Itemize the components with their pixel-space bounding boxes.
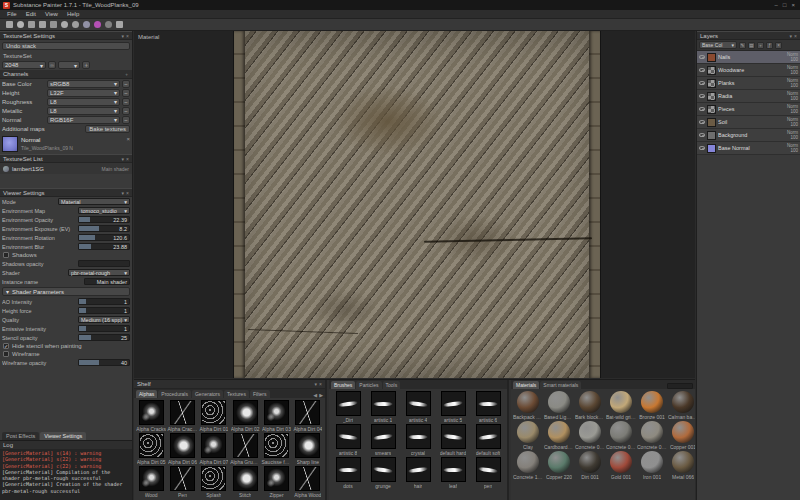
brush-item[interactable]: default soft — [471, 424, 505, 456]
menu-help[interactable]: Help — [67, 11, 79, 17]
opacity-value[interactable]: 100 — [790, 148, 798, 153]
panel-close-icon[interactable]: × — [794, 33, 797, 39]
tab-particles[interactable]: Particles — [356, 381, 381, 389]
tab-generators[interactable]: Generators — [192, 390, 223, 398]
opacity-value[interactable]: 100 — [790, 109, 798, 114]
material-item[interactable]: Bark blocky pi... — [575, 391, 605, 420]
add-channel-icon[interactable]: ＋ — [124, 71, 129, 77]
brush-item[interactable]: grunge — [366, 457, 400, 489]
layer-row[interactable]: PlanksNorm100 — [697, 77, 800, 90]
clone-tool-icon[interactable] — [72, 21, 79, 28]
layer-row[interactable]: SoilNorm100 — [697, 116, 800, 129]
alpha-item[interactable]: Alpha Dirt 01 — [199, 400, 229, 432]
wireframe-checkbox[interactable] — [3, 351, 9, 357]
brush-item[interactable]: crystal — [401, 424, 435, 456]
channel-format-select[interactable]: L8▾ — [47, 98, 120, 106]
panel-menu-icon[interactable]: ▾ — [122, 156, 125, 162]
brush-item[interactable]: hair — [401, 457, 435, 489]
tab-post-effects[interactable]: Post Effects — [2, 432, 39, 440]
material-item[interactable]: Concrete 120 — [513, 451, 543, 480]
additional-map-item[interactable]: Normal Tile_WoodPlanks_09 N × — [0, 134, 132, 154]
brush-item[interactable]: artistic 4 — [401, 391, 435, 423]
material-item[interactable]: Bat-wild gris... — [606, 391, 636, 420]
opacity-value[interactable]: 100 — [790, 83, 798, 88]
channel-format-select[interactable]: L8▾ — [47, 107, 120, 115]
environment-opacity-slider[interactable]: 22.39 — [78, 216, 130, 223]
alpha-item[interactable]: Alpha Dirt 03 — [261, 400, 291, 432]
alpha-item[interactable]: Alpha Dirt 04 — [293, 400, 323, 432]
visibility-eye-icon[interactable] — [699, 55, 705, 59]
panel-menu-icon[interactable]: ▾ — [122, 33, 125, 39]
polygon-fill-tool-icon[interactable] — [50, 21, 57, 28]
material-mode-icon[interactable] — [83, 21, 90, 28]
panel-close-icon[interactable]: × — [126, 156, 129, 162]
material-item[interactable]: Copper 220 — [544, 451, 574, 480]
panel-close-icon[interactable]: × — [319, 381, 322, 387]
panel-close-icon[interactable]: × — [126, 190, 129, 196]
alpha-item[interactable]: Splash — [199, 466, 229, 498]
delete-layer-icon[interactable]: × — [775, 42, 782, 49]
material-item[interactable]: Calman back... — [668, 391, 695, 420]
remove-map-icon[interactable]: × — [126, 136, 130, 142]
hide-stencil-checkbox[interactable]: ✓ — [3, 343, 9, 349]
brush-item[interactable]: default hard — [436, 424, 470, 456]
material-item[interactable]: Gold 001 — [606, 451, 636, 480]
remove-channel-button[interactable]: − — [122, 116, 130, 124]
textureset-item[interactable]: lambert1SGMain shader — [0, 163, 132, 174]
material-item[interactable]: Concrete 001 — [575, 421, 605, 450]
emissive-intensity-slider[interactable]: 1 — [78, 325, 130, 332]
alpha-item[interactable]: Alpha Cracks 2 — [167, 400, 197, 432]
material-item[interactable]: Iron 001 — [637, 451, 667, 480]
height-force-slider[interactable]: 1 — [78, 307, 130, 314]
panel-menu-icon[interactable]: ▾ — [315, 381, 318, 387]
brush-item[interactable]: artistic 6 — [471, 391, 505, 423]
add-folder-icon[interactable]: ＋ — [757, 42, 764, 49]
brush-item[interactable]: _Dirt — [331, 391, 365, 423]
alpha-item[interactable]: Alpha Wood — [293, 466, 323, 498]
shadows-opacity-slider[interactable] — [78, 260, 130, 267]
environment-exposure-ev--slider[interactable]: 8.2 — [78, 225, 130, 232]
channel-format-select[interactable]: L32F▾ — [47, 89, 120, 97]
layer-row[interactable]: Base NormalNorm100 — [697, 142, 800, 155]
menu-edit[interactable]: Edit — [26, 11, 36, 17]
material-item[interactable]: Cardboard 001 — [544, 421, 574, 450]
brush-item[interactable]: artistic 5 — [436, 391, 470, 423]
material-item[interactable]: Backpack part... — [513, 391, 543, 420]
material-item[interactable]: Metal 066 — [668, 451, 695, 480]
environment-blur-slider[interactable]: 23.88 — [78, 243, 130, 250]
tab-alphas[interactable]: Alphas — [136, 390, 157, 398]
remove-channel-button[interactable]: − — [122, 89, 130, 97]
visibility-eye-icon[interactable] — [699, 146, 705, 150]
close-button[interactable]: × — [791, 2, 795, 8]
texture-size-select[interactable]: 2048▾ — [2, 61, 46, 69]
brush-tool-icon[interactable] — [17, 21, 24, 28]
panel-menu-icon[interactable]: ▾ — [122, 190, 125, 196]
alpha-item[interactable]: Alpha Cracks — [136, 400, 166, 432]
lock-ratio-icon[interactable]: ∞ — [48, 61, 56, 69]
channel-format-select[interactable]: sRGB8▾ — [47, 80, 120, 88]
environment-map-select[interactable]: tomoco_studio▾ — [78, 207, 130, 214]
opacity-value[interactable]: 100 — [790, 96, 798, 101]
alpha-item[interactable]: Alpha Grunge — [230, 433, 260, 465]
brush-item[interactable]: smears — [366, 424, 400, 456]
tab-tools[interactable]: Tools — [383, 381, 401, 389]
remove-channel-button[interactable]: − — [122, 98, 130, 106]
alpha-item[interactable]: Alpha Dirt 07 — [199, 433, 229, 465]
menu-view[interactable]: View — [45, 11, 58, 17]
alpha-item[interactable]: Wood — [136, 466, 166, 498]
shader-parameters-header[interactable]: ▾ Shader Parameters — [2, 287, 130, 296]
tab-viewer-settings[interactable]: Viewer Settings — [40, 432, 86, 440]
brush-item[interactable]: leaf — [436, 457, 470, 489]
alpha-item[interactable]: Zipper — [261, 466, 291, 498]
material-item[interactable]: Concrete 004 — [606, 421, 636, 450]
stencil-opacity-slider[interactable]: 25 — [78, 334, 130, 341]
panel-menu-icon[interactable]: ▾ — [790, 33, 793, 39]
pen-pressure-icon[interactable] — [116, 21, 123, 28]
material-item[interactable]: Copper 001 — [668, 421, 695, 450]
alpha-item[interactable]: Stitch — [230, 466, 260, 498]
visibility-eye-icon[interactable] — [699, 81, 705, 85]
brush-item[interactable]: artistic 8 — [331, 424, 365, 456]
opacity-value[interactable]: 100 — [790, 135, 798, 140]
alpha-item[interactable]: Saucisse facile — [261, 433, 291, 465]
add-paint-layer-icon[interactable]: ✎ — [739, 42, 746, 49]
